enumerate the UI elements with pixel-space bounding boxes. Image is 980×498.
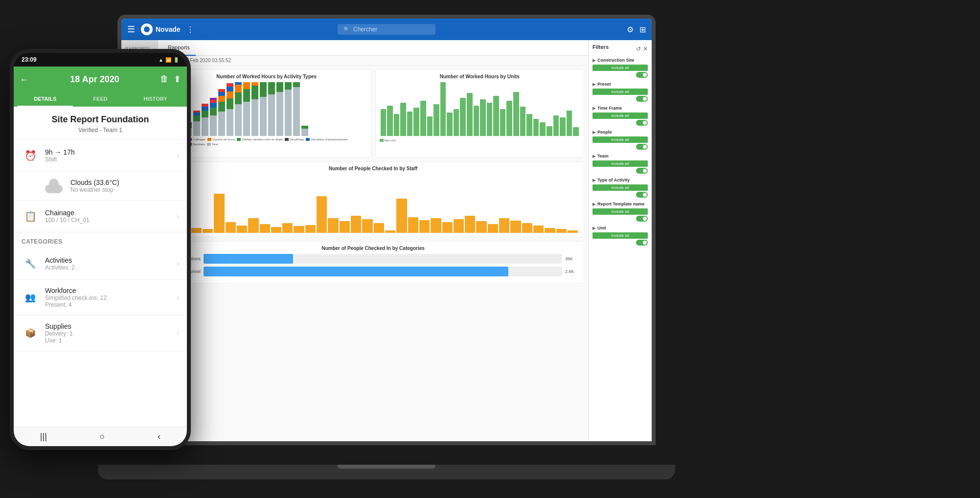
- unit-bar-12: [454, 109, 459, 136]
- phone-cat-activities[interactable]: 🔧 Activities Activities: 2 ›: [14, 248, 187, 280]
- filter-people: ▶ People include all: [593, 130, 648, 150]
- phone-back-button[interactable]: ←: [20, 74, 29, 85]
- unit-bar-6: [413, 108, 419, 136]
- filter-template-btn[interactable]: include all: [593, 208, 648, 215]
- phone-shift-subtitle: Shift: [45, 156, 177, 163]
- search-input[interactable]: [353, 26, 427, 33]
- unit-bar-27: [553, 115, 559, 136]
- staff-bar-28: [476, 221, 486, 233]
- chart2-area: Nav Unit: [380, 82, 580, 146]
- filter-unit-header[interactable]: ▶ Unit: [593, 226, 648, 230]
- bar-12: [260, 82, 267, 136]
- bar-6: [210, 98, 217, 136]
- filters-panel: Filters ↺ ✕ ▶ Construction Site include …: [588, 40, 652, 441]
- toggle-knob-construction: [643, 73, 647, 77]
- phone-tab-history[interactable]: HISTORY: [128, 92, 183, 107]
- hbar-row-1: 01.1 fondations 36K: [166, 254, 580, 264]
- filter-timeframe: ▶ Time Frame include all: [593, 106, 648, 126]
- legend-color-demolition: [306, 138, 310, 141]
- staff-bar-4: [203, 229, 213, 233]
- main-content[interactable]: Rapports Reports 27 Feb 2020 03:55:52 Nu…: [158, 40, 588, 441]
- toggle-timeframe[interactable]: [636, 120, 648, 126]
- phone-date: 18 Apr 2020: [34, 74, 155, 85]
- filter-preset-btn[interactable]: include all: [593, 89, 648, 95]
- search-bar[interactable]: 🔍: [338, 24, 435, 35]
- phone-nav-back[interactable]: ‹: [158, 431, 160, 442]
- filter-preset-header[interactable]: ▶ Preset: [593, 82, 648, 87]
- phone-nav-menu[interactable]: |||: [40, 431, 47, 442]
- filter-timeframe-btn[interactable]: include all: [593, 113, 648, 119]
- filters-refresh-icon[interactable]: ↺: [636, 45, 641, 52]
- filter-people-header[interactable]: ▶ People: [593, 130, 648, 135]
- phone-shift-row[interactable]: ⏰ 9h → 17h Shift ›: [14, 140, 187, 172]
- phone-report-subtitle: Verified - Team 1: [14, 127, 187, 139]
- menu-icon[interactable]: ☰: [127, 24, 135, 35]
- filter-team-btn[interactable]: include all: [593, 160, 648, 167]
- legend-label-remblais: Remblais: [193, 143, 205, 146]
- filter-timeframe-header[interactable]: ▶ Time Frame: [593, 106, 648, 111]
- filter-people-toggle: [593, 144, 648, 150]
- top-charts-row: Number of Worked Hours by Activity Types: [162, 69, 584, 158]
- chart-activity-types: Number of Worked Hours by Activity Types: [162, 69, 371, 158]
- toggle-knob-template: [643, 217, 647, 221]
- staff-bar-25: [442, 222, 453, 233]
- filter-people-btn[interactable]: include all: [593, 136, 648, 143]
- chainage-icon: 📋: [24, 210, 37, 222]
- phone-chainage-row[interactable]: 📋 Chainage 100 / 10 / CH_01 ›: [14, 201, 187, 232]
- unit-bar-11: [447, 113, 453, 136]
- toggle-construction[interactable]: [636, 72, 648, 78]
- wifi-icon: 📶: [165, 57, 171, 63]
- filter-unit-label: Unit: [597, 226, 606, 230]
- phone-nav-home[interactable]: ○: [100, 431, 105, 442]
- toggle-activity[interactable]: [636, 192, 648, 198]
- grid-icon[interactable]: ⊞: [639, 25, 646, 34]
- legend-label-deblais: Déblais meubles mise en dépôt: [242, 138, 283, 141]
- toggle-knob-people: [643, 145, 647, 149]
- bar-17: [301, 126, 308, 136]
- unit-bar-15: [474, 106, 479, 136]
- weather-icon-area: [45, 179, 65, 193]
- filter-activity-type: ▶ Type of Activity include all: [593, 178, 648, 198]
- chart1-legend: Boisourage Coffrages Couch: [166, 138, 367, 146]
- filter-team-header[interactable]: ▶ Team: [593, 154, 648, 158]
- hbar-value-1: 36K: [565, 256, 580, 261]
- filter-activity-btn[interactable]: include all: [593, 184, 648, 191]
- search-icon: 🔍: [343, 26, 350, 33]
- phone-tab-feed[interactable]: FEED: [73, 92, 128, 107]
- header-dots[interactable]: ⋮: [186, 25, 194, 34]
- chart1-area: Boisourage Coffrages Couch: [166, 82, 367, 146]
- toggle-knob-team: [643, 169, 647, 173]
- toggle-preset[interactable]: [636, 96, 648, 102]
- filter-activity-header[interactable]: ▶ Type of Activity: [593, 178, 648, 182]
- phone-cat-workforce[interactable]: 👥 Workforce Simplified check-ins: 12 Pre…: [14, 280, 187, 316]
- toggle-unit[interactable]: [636, 240, 648, 246]
- toggle-people[interactable]: [636, 144, 648, 150]
- unit-bar-3: [394, 114, 400, 136]
- filter-template-toggle: [593, 216, 648, 222]
- staff-bar-11: [282, 223, 293, 233]
- settings-icon[interactable]: ⚙: [627, 25, 634, 34]
- phone-supplies-content: Supplies Delivery: 1 Use: 1: [45, 322, 177, 344]
- filter-template-header[interactable]: ▶ Report Template name: [593, 202, 648, 206]
- toggle-team[interactable]: [636, 168, 648, 174]
- chart2-bars: [380, 82, 580, 136]
- unit-bar-1: [381, 109, 387, 136]
- legend-label-couche: Couche de forme: [212, 138, 235, 141]
- filter-arrow-people: ▶: [593, 130, 595, 135]
- phone-delete-icon[interactable]: 🗑: [160, 74, 169, 85]
- filter-arrow-construction: ▶: [593, 58, 595, 63]
- phone-tab-details[interactable]: DETAILS: [18, 92, 73, 107]
- filter-construction-header[interactable]: ▶ Construction Site: [593, 58, 648, 63]
- unit-bar-29: [567, 111, 572, 136]
- filter-activity-toggle: [593, 192, 648, 198]
- phone-topbar-icons: 🗑 ⬆: [160, 74, 181, 85]
- filters-close-icon[interactable]: ✕: [643, 45, 648, 52]
- bar-14: [276, 82, 283, 136]
- hbar-track-1: [204, 254, 562, 264]
- filter-unit-btn[interactable]: include all: [593, 232, 648, 239]
- phone-upload-icon[interactable]: ⬆: [174, 74, 181, 85]
- phone-cat-supplies[interactable]: 📦 Supplies Delivery: 1 Use: 1 ›: [14, 316, 187, 351]
- unit-bar-25: [540, 122, 546, 136]
- toggle-template[interactable]: [636, 216, 648, 222]
- filter-construction-btn[interactable]: include all: [593, 65, 648, 71]
